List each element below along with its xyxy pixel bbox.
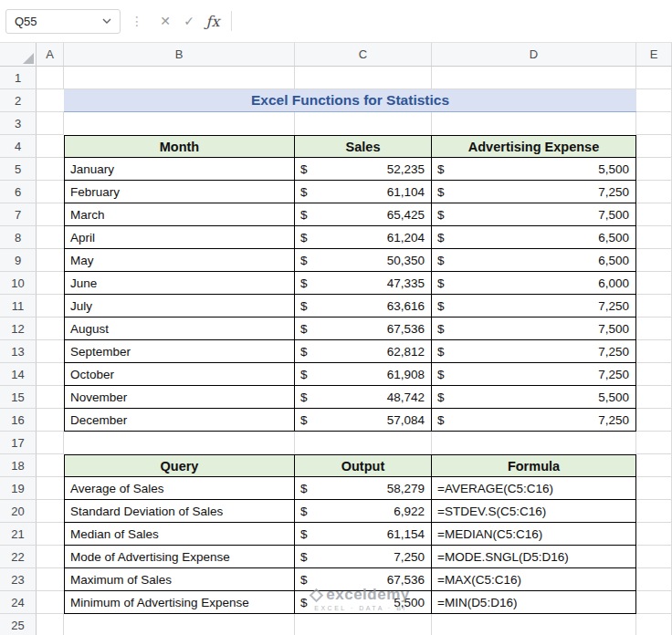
cell-B6[interactable]: February [64,181,295,203]
cell-E15[interactable] [636,386,672,409]
row-header-13[interactable]: 13 [0,340,37,363]
cell-A9[interactable] [37,249,64,272]
row-header-16[interactable]: 16 [0,409,37,432]
cell-B8[interactable]: April [64,226,295,249]
insert-function-icon[interactable]: ƒx [201,9,225,34]
cell-C24[interactable]: $5,500 [295,591,432,614]
cell-E21[interactable] [636,523,672,546]
cell-E2[interactable] [636,89,672,112]
cell-A16[interactable] [37,409,64,432]
cell-D8[interactable]: $6,500 [432,226,636,249]
select-all-corner[interactable] [0,43,37,66]
cell-D6[interactable]: $7,250 [432,181,636,203]
cell-E1[interactable] [636,67,672,89]
cell-D21[interactable]: =MEDIAN(C5:C16) [432,523,636,546]
name-box[interactable]: Q55 [5,9,121,34]
cell-E4[interactable] [636,135,672,158]
cell-B23[interactable]: Maximum of Sales [64,568,295,591]
row-header-10[interactable]: 10 [0,272,37,295]
cell-A15[interactable] [37,386,64,409]
cell-E8[interactable] [636,226,672,249]
cell-D15[interactable]: $5,500 [432,386,636,409]
cell-C19[interactable]: $58,279 [295,477,432,500]
cell-B4[interactable]: Month [64,135,295,158]
cell-B21[interactable]: Median of Sales [64,523,295,546]
cell-C15[interactable]: $48,742 [295,386,432,409]
cell-B16[interactable]: December [64,409,295,432]
cell-A14[interactable] [37,363,64,386]
cell-C14[interactable]: $61,908 [295,363,432,386]
cell-A6[interactable] [37,181,64,203]
cell-C12[interactable]: $67,536 [295,318,432,340]
cell-E25[interactable] [636,614,672,635]
cell-D11[interactable]: $7,250 [432,295,636,318]
cell-E10[interactable] [636,272,672,295]
cell-C22[interactable]: $7,250 [295,546,432,568]
row-header-8[interactable]: 8 [0,226,37,249]
row-header-23[interactable]: 23 [0,568,37,591]
cell-E14[interactable] [636,363,672,386]
cell-B24[interactable]: Minimum of Advertising Expense [64,591,295,614]
cell-E18[interactable] [636,454,672,477]
cell-B22[interactable]: Mode of Advertising Expense [64,546,295,568]
cell-A5[interactable] [37,158,64,181]
chevron-down-icon[interactable] [102,18,111,24]
cell-A21[interactable] [37,523,64,546]
cell-A22[interactable] [37,546,64,568]
row-header-6[interactable]: 6 [0,181,37,203]
cancel-icon[interactable]: ✕ [153,9,177,34]
cell-C11[interactable]: $63,616 [295,295,432,318]
cell-D13[interactable]: $7,250 [432,340,636,363]
cell-D19[interactable]: =AVERAGE(C5:C16) [432,477,636,500]
cell-C20[interactable]: $6,922 [295,500,432,523]
cell-A10[interactable] [37,272,64,295]
cell-B9[interactable]: May [64,249,295,272]
cell-B10[interactable]: June [64,272,295,295]
cell-C5[interactable]: $52,235 [295,158,432,181]
cell-C3[interactable] [295,112,432,135]
cell-B11[interactable]: July [64,295,295,318]
cell-A11[interactable] [37,295,64,318]
col-header-D[interactable]: D [432,43,636,66]
col-header-E[interactable]: E [636,43,672,66]
cell-D24[interactable]: =MIN(D5:D16) [432,591,636,614]
cell-A7[interactable] [37,203,64,226]
cell-A19[interactable] [37,477,64,500]
row-header-22[interactable]: 22 [0,546,37,568]
cell-E11[interactable] [636,295,672,318]
cell-A24[interactable] [37,591,64,614]
cell-D4[interactable]: Advertising Expense [432,135,636,158]
cell-D17[interactable] [432,432,636,454]
enter-icon[interactable]: ✓ [177,9,201,34]
row-header-12[interactable]: 12 [0,318,37,340]
cell-C7[interactable]: $65,425 [295,203,432,226]
cell-B18[interactable]: Query [64,454,295,477]
row-header-9[interactable]: 9 [0,249,37,272]
cell-E5[interactable] [636,158,672,181]
col-header-C[interactable]: C [295,43,432,66]
row-header-15[interactable]: 15 [0,386,37,409]
cell-C4[interactable]: Sales [295,135,432,158]
cell-D10[interactable]: $6,000 [432,272,636,295]
cell-D25[interactable] [432,614,636,635]
cell-A17[interactable] [37,432,64,454]
cell-E12[interactable] [636,318,672,340]
cell-E22[interactable] [636,546,672,568]
cell-A23[interactable] [37,568,64,591]
cell-B13[interactable]: September [64,340,295,363]
row-header-18[interactable]: 18 [0,454,37,477]
cell-A25[interactable] [37,614,64,635]
cell-A18[interactable] [37,454,64,477]
formula-input[interactable] [238,9,672,34]
cell-C18[interactable]: Output [295,454,432,477]
row-header-14[interactable]: 14 [0,363,37,386]
cell-A4[interactable] [37,135,64,158]
cell-C6[interactable]: $61,104 [295,181,432,203]
cell-C17[interactable] [295,432,432,454]
cell-D9[interactable]: $6,500 [432,249,636,272]
cell-E3[interactable] [636,112,672,135]
cell-A3[interactable] [37,112,64,135]
cell-E13[interactable] [636,340,672,363]
row-header-20[interactable]: 20 [0,500,37,523]
row-header-1[interactable]: 1 [0,67,37,89]
